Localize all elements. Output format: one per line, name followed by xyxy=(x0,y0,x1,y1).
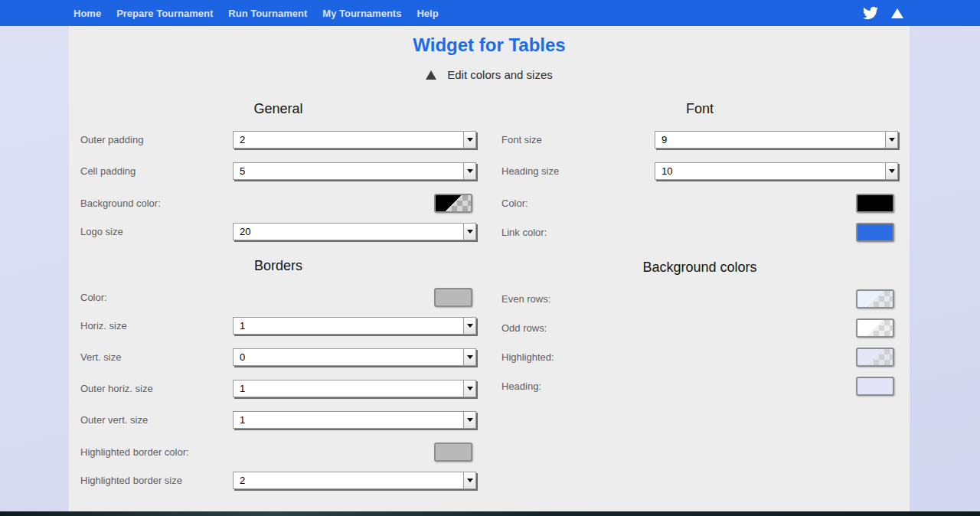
border-color-label: Color: xyxy=(80,292,107,303)
vert-size-label: Vert. size xyxy=(80,351,121,363)
select-value: 0 xyxy=(234,349,463,365)
outer-horiz-size-select[interactable]: 1 xyxy=(233,380,476,397)
font-size-select[interactable]: 9 xyxy=(655,131,898,149)
logo-size-select[interactable]: 20 xyxy=(233,223,476,240)
select-dropdown-button[interactable] xyxy=(463,132,475,148)
outer-vert-size-select[interactable]: 1 xyxy=(233,411,476,429)
select-dropdown-button[interactable] xyxy=(885,163,897,179)
select-value: 9 xyxy=(655,132,885,148)
chevron-down-icon xyxy=(467,169,473,173)
horiz-size-select[interactable]: 1 xyxy=(233,317,476,335)
select-dropdown-button[interactable] xyxy=(463,412,475,428)
horiz-size-label: Horiz. size xyxy=(80,320,127,331)
setting-row: Background color: xyxy=(80,194,476,213)
select-dropdown-button[interactable] xyxy=(463,380,475,397)
odd-rows-color-swatch[interactable] xyxy=(856,318,894,338)
vert-size-select[interactable]: 0 xyxy=(233,348,476,366)
setting-row: Logo size 20 xyxy=(80,223,476,240)
chevron-down-icon xyxy=(467,355,473,359)
select-value: 5 xyxy=(234,163,463,179)
select-dropdown-button[interactable] xyxy=(463,318,475,334)
even-rows-color-swatch[interactable] xyxy=(856,289,894,309)
outer-vert-size-label: Outer vert. size xyxy=(80,414,148,426)
nav-item-help[interactable]: Help xyxy=(416,8,438,19)
select-value: 1 xyxy=(234,412,463,428)
edit-colors-toggle-label: Edit colors and sizes xyxy=(447,68,553,81)
select-dropdown-button[interactable] xyxy=(463,349,475,365)
setting-row: Color: xyxy=(80,288,476,307)
font-color-swatch[interactable] xyxy=(856,194,894,213)
left-column: General Outer padding 2 Cell padding 5 xyxy=(80,101,476,503)
setting-row: Highlighted border color: xyxy=(80,443,476,462)
nav-item-home[interactable]: Home xyxy=(74,8,101,19)
select-value: 1 xyxy=(234,380,463,397)
outer-padding-select[interactable]: 2 xyxy=(233,131,476,149)
setting-row: Even rows: xyxy=(501,289,898,309)
chevron-down-icon xyxy=(889,169,895,173)
link-color-swatch[interactable] xyxy=(856,223,894,242)
edit-colors-toggle[interactable]: Edit colors and sizes xyxy=(69,68,910,81)
cell-padding-label: Cell padding xyxy=(80,165,136,177)
bottom-window-edge xyxy=(0,511,980,516)
section-title-font: Font xyxy=(501,101,898,118)
border-color-swatch[interactable] xyxy=(434,288,472,307)
setting-row: Highlighted: xyxy=(501,348,898,367)
chevron-down-icon xyxy=(467,324,473,328)
background-color-label: Background color: xyxy=(80,198,161,209)
setting-row: Outer padding 2 xyxy=(80,131,476,149)
setting-row: Link color: xyxy=(501,223,898,242)
heading-size-select[interactable]: 10 xyxy=(655,162,898,180)
scroll-to-top-triangle-icon[interactable] xyxy=(891,8,903,18)
select-dropdown-button[interactable] xyxy=(463,472,475,488)
navbar-right-icons xyxy=(863,5,980,21)
page-title: Widget for Tables xyxy=(69,34,910,56)
font-size-label: Font size xyxy=(501,134,542,145)
setting-row: Vert. size 0 xyxy=(80,348,476,366)
outer-horiz-size-label: Outer horiz. size xyxy=(80,383,153,394)
chevron-down-icon xyxy=(467,138,473,142)
setting-row: Color: xyxy=(501,194,898,213)
select-dropdown-button[interactable] xyxy=(885,132,897,148)
select-value: 1 xyxy=(234,318,463,334)
select-dropdown-button[interactable] xyxy=(463,163,475,179)
setting-row: Cell padding 5 xyxy=(80,162,476,180)
select-value: 2 xyxy=(234,132,463,148)
chevron-down-icon xyxy=(467,478,473,482)
highlighted-border-color-swatch[interactable] xyxy=(434,443,472,462)
setting-row: Heading: xyxy=(501,377,898,396)
highlighted-border-size-select[interactable]: 2 xyxy=(233,472,476,489)
chevron-down-icon xyxy=(467,387,473,390)
app-root: { "theme": { "nav-bg": "#1d64e2", "title… xyxy=(0,0,980,516)
select-value: 20 xyxy=(234,224,463,240)
settings-grid: General Outer padding 2 Cell padding 5 xyxy=(69,101,910,503)
section-title-borders: Borders xyxy=(80,258,476,275)
outer-padding-label: Outer padding xyxy=(80,134,143,145)
highlighted-bg-label: Highlighted: xyxy=(501,351,554,363)
heading-bg-color-swatch[interactable] xyxy=(856,377,894,396)
right-column: Font Font size 9 Heading size 10 xyxy=(501,101,898,503)
twitter-icon[interactable] xyxy=(863,5,878,21)
select-dropdown-button[interactable] xyxy=(463,224,475,240)
section-borders: Borders Color: Horiz. size 1 Vert. size … xyxy=(80,258,476,489)
heading-bg-label: Heading: xyxy=(501,380,541,392)
setting-row: Outer vert. size 1 xyxy=(80,411,476,429)
logo-size-label: Logo size xyxy=(80,226,123,237)
font-color-label: Color: xyxy=(501,198,528,209)
background-color-swatch[interactable] xyxy=(434,194,472,213)
section-font: Font Font size 9 Heading size 10 xyxy=(501,101,898,242)
section-general: General Outer padding 2 Cell padding 5 xyxy=(80,101,476,240)
settings-panel: Widget for Tables Edit colors and sizes … xyxy=(69,26,910,511)
heading-size-label: Heading size xyxy=(501,165,559,177)
setting-row: Odd rows: xyxy=(501,318,898,338)
setting-row: Heading size 10 xyxy=(501,162,898,180)
select-value: 10 xyxy=(655,163,885,179)
link-color-label: Link color: xyxy=(501,227,547,238)
triangle-up-icon xyxy=(426,70,436,80)
highlighted-bg-color-swatch[interactable] xyxy=(856,348,894,367)
chevron-down-icon xyxy=(467,230,473,234)
chevron-down-icon xyxy=(889,138,895,142)
cell-padding-select[interactable]: 5 xyxy=(233,162,476,180)
nav-item-prepare-tournament[interactable]: Prepare Tournament xyxy=(116,8,213,19)
nav-item-run-tournament[interactable]: Run Tournament xyxy=(228,8,307,19)
nav-item-my-tournaments[interactable]: My Tournaments xyxy=(322,8,401,19)
